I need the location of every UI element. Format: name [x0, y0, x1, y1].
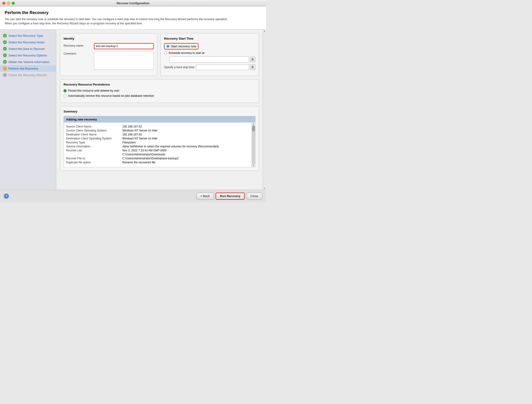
resource-persistence-panel: Recovery Resource Persistence Persist th… [60, 79, 259, 103]
window-controls[interactable] [2, 2, 15, 5]
close-button[interactable]: Close [247, 193, 262, 200]
comment-textarea[interactable] [94, 51, 154, 70]
content-area: Identity Recovery name: Comment: [56, 30, 263, 190]
recovery-name-row: Recovery name: [63, 43, 154, 49]
window-title: Recover Configuration [116, 1, 149, 5]
summary-scrollbar[interactable]: ▲ ▼ [252, 123, 255, 167]
scroll-down-arrow[interactable]: ▼ [253, 164, 254, 167]
hardstop-calendar-btn[interactable]: 🗓 [250, 64, 255, 70]
recovery-name-label: Recovery name: [63, 43, 94, 47]
schedule-datetime-input[interactable] [169, 57, 249, 63]
run-recovery-button[interactable]: Run Recovery [215, 193, 244, 200]
schedule-datetime-row: 🗓 [169, 57, 255, 63]
close-window-btn[interactable] [2, 2, 5, 5]
summary-body: Source Client Name: 192.168.197.62 Sourc… [64, 123, 252, 167]
start-now-radio[interactable] [166, 45, 170, 48]
summary-header: Adding new recovery [64, 116, 255, 123]
persist-option[interactable]: Persist this resource until deleted by u… [63, 89, 255, 92]
disabled-icon-results: ○ [3, 73, 7, 77]
check-icon-data: ✓ [3, 47, 7, 51]
start-now-option[interactable]: Start recovery now [164, 43, 198, 50]
hardstop-row: Specify a hard stop time: 🗓 [164, 64, 255, 70]
identity-panel-title: Identity [63, 37, 154, 40]
summary-row-9: Duplicate file option: Rename the recove… [66, 161, 247, 164]
sidebar-item-check-results: ○ Check the Recovery Results [0, 72, 56, 78]
right-scrollbar[interactable]: ▲ ▼ [263, 30, 266, 190]
bottom-right: < Back Run Recovery Close [196, 193, 262, 200]
schedule-radio[interactable] [164, 51, 167, 55]
check-icon-type: ✓ [3, 33, 7, 38]
minimize-window-btn[interactable] [7, 2, 10, 5]
recovery-name-field[interactable] [94, 43, 154, 49]
wizard-sidebar: ✓ Select the Recovery Type ✓ Select the … [0, 30, 56, 190]
comment-label: Comment: [63, 51, 94, 55]
summary-row-2: Destination Client Name: 192.168.197.62 [66, 133, 247, 136]
hardstop-label: Specify a hard stop time: [164, 66, 195, 69]
maximize-window-btn[interactable] [12, 2, 15, 5]
summary-title: Summary [63, 110, 255, 113]
summary-row-4: Recovery Type: Filesystem [66, 141, 247, 144]
recovery-time-title: Recovery Start Time [164, 37, 255, 40]
titlebar: Recover Configuration [0, 0, 266, 6]
summary-row-3: Destination Client Operating System: Win… [66, 137, 247, 140]
recovery-start-time-panel: Recovery Start Time Start recovery now S… [160, 33, 259, 76]
comment-row: Comment: [63, 51, 154, 70]
summary-panel: Summary Adding new recovery Source Clien… [60, 106, 259, 171]
header-description: You can start the recovery now or schedu… [5, 17, 261, 25]
comment-field[interactable] [94, 51, 154, 70]
sidebar-item-select-options[interactable]: ✓ Select the Recovery Options [0, 52, 56, 59]
scroll-thumb[interactable] [252, 126, 255, 131]
persist-radio[interactable] [63, 89, 67, 92]
scroll-up-arrow[interactable]: ▲ [253, 123, 254, 125]
right-scroll-up[interactable]: ▲ [264, 30, 266, 32]
schedule-option[interactable]: Schedule recovery to start at [164, 51, 255, 55]
check-icon-hosts: ✓ [3, 40, 7, 44]
help-button[interactable]: ? [4, 194, 9, 199]
schedule-calendar-btn[interactable]: 🗓 [250, 57, 255, 62]
current-step-icon: ⚙ [3, 66, 7, 70]
summary-row-5: Volume information: Allow NetWorker to s… [66, 145, 247, 148]
summary-row-8: Recover File to: C:\Users\Administrator\… [66, 157, 247, 160]
summary-row-0: Source Client Name: 192.168.197.62 [66, 125, 247, 128]
auto-remove-radio[interactable] [63, 95, 67, 97]
identity-panel: Identity Recovery name: Comment: [60, 33, 157, 76]
header-section: Perform the Recovery You can start the r… [0, 6, 266, 30]
page-title: Perform the Recovery [5, 10, 261, 15]
summary-row-6: Recover List: Nov 3, 2022 7:10:43 AM GMT… [66, 149, 247, 152]
right-scroll-down[interactable]: ▼ [264, 187, 266, 189]
bottom-bar: ? < Back Run Recovery Close [0, 190, 266, 202]
check-icon-options: ✓ [3, 53, 7, 57]
bottom-left: ? [4, 194, 9, 199]
back-button[interactable]: < Back [196, 193, 214, 200]
sidebar-item-select-hosts[interactable]: ✓ Select the Recovery Hosts [0, 39, 56, 45]
scroll-track [252, 126, 255, 164]
hardstop-input[interactable] [196, 64, 249, 70]
summary-row-1: Source Client Operating System: Windows … [66, 129, 247, 132]
check-icon-volume: ✓ [3, 60, 7, 64]
summary-row-7: C:\Users\Administrator\Downloads [66, 153, 247, 156]
top-panels-row: Identity Recovery name: Comment: [60, 33, 259, 76]
summary-box: Adding new recovery Source Client Name: … [63, 116, 255, 167]
recovery-name-input[interactable] [94, 43, 154, 49]
sidebar-item-perform-recovery[interactable]: ⚙ Perform the Recovery [0, 65, 56, 72]
persistence-title: Recovery Resource Persistence [63, 83, 255, 86]
sidebar-item-obtain-volume[interactable]: ✓ Obtain the Volume Information [0, 59, 56, 65]
auto-remove-option[interactable]: Automatically remove this resource based… [63, 94, 255, 97]
sidebar-item-select-data[interactable]: ✓ Select the Data to Recover [0, 45, 56, 52]
sidebar-item-select-type[interactable]: ✓ Select the Recovery Type [0, 32, 56, 39]
